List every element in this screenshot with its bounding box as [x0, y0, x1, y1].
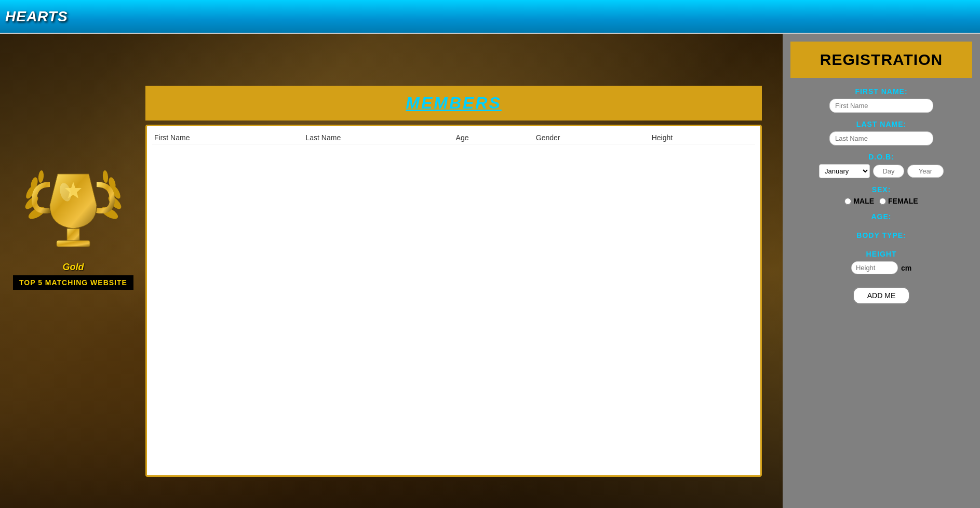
height-group: HEIGHT cm — [790, 250, 972, 274]
body-type-label: BODY TYPE: — [790, 231, 972, 239]
last-name-group: LAST NAME: — [790, 120, 972, 145]
col-header-gender: Gender — [534, 131, 650, 144]
height-label: HEIGHT — [790, 250, 972, 258]
dob-group: D.O.B: JanuaryFebruaryMarchAprilMayJuneJ… — [790, 153, 972, 178]
dob-row: JanuaryFebruaryMarchAprilMayJuneJulyAugu… — [819, 164, 944, 178]
registration-header: REGISTRATION — [790, 42, 972, 78]
col-header-lastname: Last Name — [303, 131, 453, 144]
first-name-input[interactable] — [829, 99, 933, 113]
members-table: First Name Last Name Age Gender Height — [152, 131, 755, 144]
members-table-container[interactable]: First Name Last Name Age Gender Height — [145, 125, 762, 477]
last-name-input[interactable] — [829, 131, 933, 145]
svg-rect-10 — [67, 229, 79, 242]
header: HEARTS — [0, 0, 980, 34]
first-name-group: FIRST NAME: — [790, 87, 972, 113]
svg-point-9 — [102, 170, 109, 183]
trophy-icon — [21, 164, 125, 262]
left-area: Gold TOP 5 MATCHING WEBSITE MEMBERS Firs… — [0, 34, 783, 508]
age-label: AGE: — [790, 212, 972, 221]
male-radio-label[interactable]: MALE — [844, 197, 874, 205]
male-label: MALE — [853, 197, 874, 205]
right-panel: REGISTRATION FIRST NAME: LAST NAME: D.O.… — [783, 34, 980, 508]
female-label: FEMALE — [888, 197, 918, 205]
year-input[interactable] — [907, 165, 944, 178]
female-radio[interactable] — [879, 198, 886, 205]
dob-label: D.O.B: — [790, 153, 972, 161]
award-container: Gold TOP 5 MATCHING WEBSITE — [13, 164, 133, 290]
add-me-button[interactable]: ADD ME — [853, 287, 910, 304]
month-select[interactable]: JanuaryFebruaryMarchAprilMayJuneJulyAugu… — [819, 164, 870, 178]
last-name-label: LAST NAME: — [790, 120, 972, 128]
col-header-firstname: First Name — [152, 131, 303, 144]
registration-title: REGISTRATION — [820, 51, 943, 68]
site-title: HEARTS — [5, 8, 68, 25]
award-subtitle: TOP 5 MATCHING WEBSITE — [13, 275, 133, 290]
gold-label: Gold — [62, 262, 84, 272]
day-input[interactable] — [873, 165, 904, 178]
sex-label: SEX: — [790, 185, 972, 194]
sex-group: SEX: MALE FEMALE — [790, 185, 972, 205]
height-row: cm — [851, 261, 911, 274]
age-group: AGE: — [790, 212, 972, 224]
svg-rect-11 — [57, 240, 90, 247]
male-radio[interactable] — [844, 198, 851, 205]
members-banner: MEMBERS — [145, 86, 762, 121]
main-container: Gold TOP 5 MATCHING WEBSITE MEMBERS Firs… — [0, 34, 980, 508]
members-title: MEMBERS — [406, 93, 502, 112]
col-header-age: Age — [454, 131, 534, 144]
svg-point-4 — [38, 170, 44, 183]
body-type-group: BODY TYPE: — [790, 231, 972, 243]
height-input[interactable] — [851, 261, 898, 274]
first-name-label: FIRST NAME: — [790, 87, 972, 96]
female-radio-label[interactable]: FEMALE — [879, 197, 918, 205]
height-unit: cm — [901, 264, 911, 272]
sex-row: MALE FEMALE — [844, 197, 918, 205]
col-header-height: Height — [650, 131, 755, 144]
